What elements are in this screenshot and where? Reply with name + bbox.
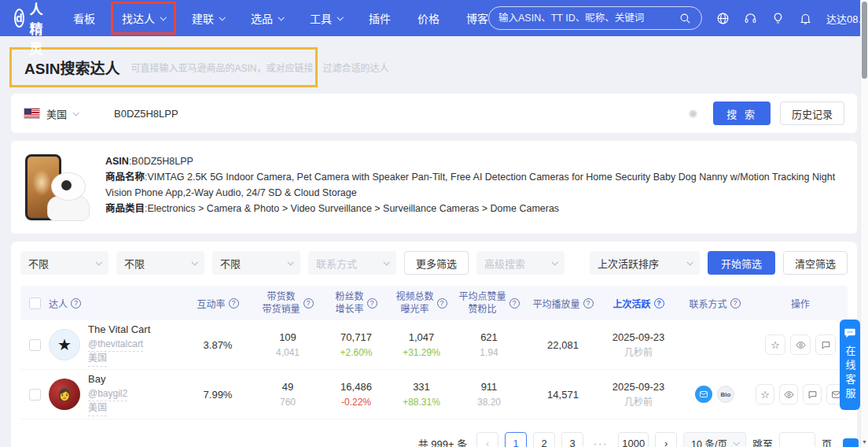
history-button[interactable]: 历史记录 <box>780 102 844 125</box>
bio-link-badge[interactable]: Bio <box>717 386 734 403</box>
header-engagement[interactable]: 互动率 <box>182 297 253 310</box>
nav-item-plugin[interactable]: 插件 <box>369 10 391 26</box>
filter-actions: 上次活跃排序 开始筛选 清空筛选 <box>590 251 848 275</box>
header-followers[interactable]: 粉丝数增长率 <box>322 290 390 316</box>
filter-dropdown-1[interactable]: 不限 <box>20 251 108 275</box>
product-name-label: 商品名称 <box>105 172 145 183</box>
row-checkbox[interactable] <box>29 389 41 401</box>
header-avg-likes[interactable]: 平均点赞量赞粉比 <box>453 290 525 316</box>
nav-item-kanban[interactable]: 看板 <box>73 10 95 26</box>
clear-filters-button[interactable]: 清空筛选 <box>783 251 848 275</box>
page-button-2[interactable]: 2 <box>533 432 555 447</box>
contact-filter-dropdown[interactable]: 联系方式 <box>308 251 396 275</box>
view-eye-button[interactable] <box>790 334 811 355</box>
asin-value: :B0DZ5H8LPP <box>129 156 193 167</box>
chevron-down-icon[interactable] <box>72 109 79 116</box>
info-icon[interactable] <box>367 298 377 308</box>
creator-handle[interactable]: @thevitalcart <box>88 338 143 352</box>
filter-dropdown-3[interactable]: 不限 <box>212 251 300 275</box>
avg-views: 14,571 <box>525 389 601 401</box>
header-actions: 操作 <box>753 297 848 310</box>
clear-input-icon[interactable] <box>689 109 697 118</box>
country-select-value[interactable]: 美国 <box>46 106 67 121</box>
info-icon[interactable] <box>71 298 81 308</box>
favorite-star-button[interactable]: ☆ <box>765 334 785 355</box>
brand-name: 达人精灵 <box>30 0 53 57</box>
avatar[interactable]: ★ <box>49 329 80 360</box>
chevron-down-icon <box>219 14 225 20</box>
exposure-rate: +88.31% <box>403 395 440 409</box>
search-icon[interactable] <box>679 12 692 25</box>
more-filters-button[interactable]: 更多筛选 <box>404 251 469 275</box>
header-avg-views[interactable]: 平均播放量 <box>525 297 601 310</box>
creator-cell[interactable]: ★ The Vital Cart @thevitalcart 美国 <box>49 323 182 367</box>
nav-item-products[interactable]: 选品 <box>251 10 283 26</box>
like-follower-ratio: 1.94 <box>480 345 498 360</box>
creator-handle[interactable]: @baygil2 <box>88 387 127 401</box>
row-checkbox[interactable] <box>29 339 41 351</box>
info-icon[interactable] <box>303 298 314 308</box>
product-image <box>25 153 91 221</box>
global-search-input[interactable] <box>498 13 674 24</box>
promo-count: 109 <box>276 330 300 345</box>
sort-dropdown[interactable]: 上次活跃排序 <box>590 251 700 275</box>
language-globe-icon[interactable] <box>716 12 730 25</box>
customer-service-tab[interactable]: 在线客服 <box>840 320 860 410</box>
tips-lightbulb-icon[interactable] <box>771 12 785 25</box>
comment-button[interactable] <box>815 334 836 355</box>
notification-bell-icon[interactable] <box>799 12 812 25</box>
creator-cell[interactable]: 👩 Bay @baygil2 美国 <box>49 372 182 416</box>
scrollbar-down-arrow-icon[interactable]: ▼ <box>862 439 867 445</box>
header-last-active[interactable]: 上次活跃 <box>601 297 676 310</box>
header-contact[interactable]: 联系方式 <box>676 297 753 310</box>
nav-item-tools[interactable]: 工具 <box>310 10 342 26</box>
info-icon[interactable] <box>583 298 594 308</box>
brand-logo[interactable]: d 达人精灵 <box>14 0 53 57</box>
info-icon[interactable] <box>229 298 239 308</box>
info-icon[interactable] <box>437 298 447 308</box>
view-eye-button[interactable] <box>779 384 798 405</box>
advanced-search-dropdown[interactable]: 高级搜索 <box>476 251 565 275</box>
page-button-last[interactable]: 1000 <box>618 432 649 447</box>
product-details: ASIN:B0DZ5H8LPP 商品名称:VIMTAG 2.5K 5G Indo… <box>105 153 843 221</box>
headset-support-icon[interactable] <box>744 12 757 25</box>
search-button[interactable]: 搜 索 <box>713 102 771 125</box>
asin-input[interactable] <box>114 108 689 120</box>
promo-count: 49 <box>280 379 296 395</box>
filter-dropdown-2[interactable]: 不限 <box>116 251 204 275</box>
header-videos[interactable]: 视频总数曝光率 <box>390 290 453 316</box>
email-contact-icon[interactable] <box>695 386 712 403</box>
info-icon[interactable] <box>730 298 741 308</box>
jump-page-input[interactable] <box>779 432 815 447</box>
page-unit-label: 页 <box>822 436 832 447</box>
next-page-button[interactable]: › <box>655 432 677 447</box>
yellow-annotation-box: ASIN搜索达人 可直接输入亚马逊商品的ASIN，或对应链接，过滤合适的达人 <box>9 47 318 87</box>
comment-button[interactable] <box>803 384 822 405</box>
chevron-down-icon <box>383 259 389 265</box>
scrollbar-thumb[interactable] <box>862 2 867 79</box>
prev-page-button[interactable]: ‹ <box>476 432 498 447</box>
engagement-value: 7.99% <box>182 389 253 401</box>
exposure-rate: +31.29% <box>403 345 440 360</box>
page-button-3[interactable]: 3 <box>561 432 583 447</box>
scrollbar[interactable]: ▼ <box>860 0 868 447</box>
page-button-1[interactable]: 1 <box>505 432 527 447</box>
select-all-checkbox[interactable] <box>29 297 41 309</box>
nav-item-blog[interactable]: 博客 <box>466 10 488 26</box>
header-creator[interactable]: 达人 <box>49 297 182 310</box>
header-promo[interactable]: 带货数带货销量 <box>253 290 322 316</box>
last-active-date: 2025-09-23 <box>612 330 665 345</box>
nav-item-outreach[interactable]: 建联 <box>192 10 224 26</box>
nav-item-find-creators[interactable]: 找达人 <box>122 10 165 26</box>
info-icon[interactable] <box>654 298 664 308</box>
avatar[interactable]: 👩 <box>49 379 80 410</box>
page-size-select[interactable]: 10 条/页 <box>683 432 746 447</box>
floating-widget-corner[interactable] <box>843 438 859 447</box>
global-search-box[interactable] <box>488 6 702 30</box>
info-icon[interactable] <box>509 298 520 308</box>
creator-name[interactable]: Bay <box>88 372 127 387</box>
nav-item-pricing[interactable]: 价格 <box>417 10 440 26</box>
apply-filters-button[interactable]: 开始筛选 <box>708 251 775 275</box>
creator-name[interactable]: The Vital Cart <box>88 323 150 338</box>
favorite-star-button[interactable]: ☆ <box>756 384 774 405</box>
